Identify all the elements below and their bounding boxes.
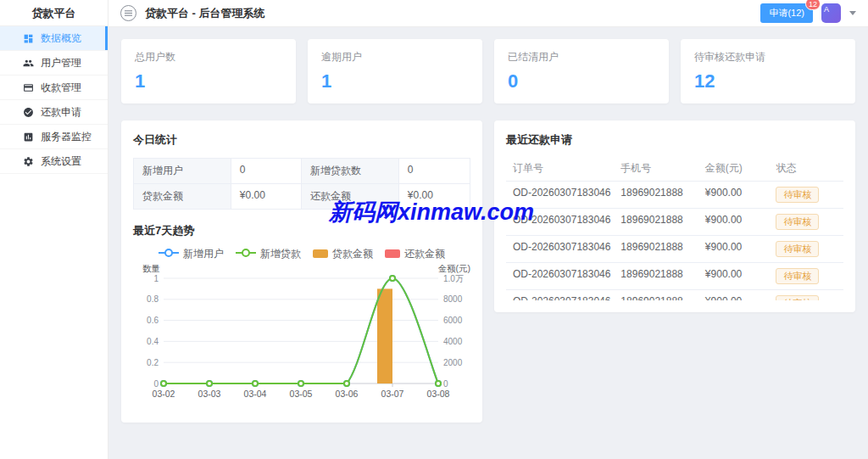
app-logo: 贷款平台 [0, 0, 108, 26]
stat-card-label: 逾期用户 [321, 50, 469, 64]
stat-card-value: 0 [508, 70, 655, 92]
recent-cell-order: OD-20260307183046 [506, 263, 614, 289]
today-stat-value: 0 [399, 159, 470, 184]
legend-item-新增用户[interactable]: 新增用户 [159, 247, 224, 261]
recent-cell-status: 待审核 [769, 263, 843, 289]
recent-repayments-panel: 最近还款申请 订单号手机号金额(元)状态OD-20260307183046189… [494, 120, 855, 312]
recent-col-header: 金额(元) [698, 156, 770, 181]
recent-cell-amount: ¥900.00 [698, 182, 770, 208]
recent-cell-status: 待审核 [769, 182, 843, 208]
table-row: OD-2026030718304618969021888¥900.00待审核 [506, 290, 843, 300]
sidebar-item-monitor[interactable]: 服务器监控 [0, 125, 108, 149]
sidebar-item-label: 系统设置 [41, 154, 81, 169]
legend-label: 贷款金额 [332, 247, 373, 261]
legend-label: 新增贷款 [260, 247, 301, 261]
stat-card-label: 总用户数 [135, 50, 282, 64]
dashboard-icon [23, 33, 34, 44]
stat-card-label: 已结清用户 [508, 50, 655, 64]
today-stat-label: 新增用户 [134, 159, 231, 184]
today-stat-value: ¥0.00 [231, 184, 302, 209]
today-stat-value: ¥0.00 [399, 184, 470, 209]
hamburger-menu-icon[interactable] [120, 5, 136, 21]
recent-cell-status: 待审核 [769, 209, 843, 235]
monitor-icon [23, 132, 34, 143]
stat-card-2: 已结清用户0 [494, 39, 669, 104]
status-badge: 待审核 [776, 295, 819, 300]
status-badge: 待审核 [776, 187, 819, 203]
sidebar-item-label: 数据概览 [41, 31, 81, 46]
main-content: 总用户数1逾期用户1已结清用户0待审核还款申请12 今日统计 新增用户0新增贷款… [108, 27, 868, 459]
svg-text:1: 1 [153, 274, 159, 283]
stat-card-value: 1 [135, 70, 282, 92]
svg-text:03-02: 03-02 [153, 389, 175, 399]
legend-item-新增贷款[interactable]: 新增贷款 [236, 247, 301, 261]
chevron-down-icon[interactable] [849, 11, 856, 15]
recent-cell-phone: 18969021888 [614, 236, 698, 262]
table-row: OD-2026030718304618969021888¥900.00待审核 [506, 263, 843, 290]
recent-cell-amount: ¥900.00 [698, 263, 770, 289]
svg-text:0.6: 0.6 [147, 316, 159, 325]
table-row: OD-2026030718304618969021888¥900.00待审核 [506, 182, 843, 209]
svg-text:03-03: 03-03 [198, 389, 221, 399]
header-actions: 申请(12) 12 A [760, 3, 856, 23]
sidebar-item-label: 用户管理 [41, 56, 81, 70]
avatar[interactable]: A [821, 3, 841, 23]
legend-line-marker-icon [236, 248, 256, 260]
sidebar-item-overview[interactable]: 数据概览 [0, 26, 108, 51]
trend-chart: 11.0万0.880000.660000.440000.2200000数量金额(… [133, 265, 470, 411]
table-row: OD-2026030718304618969021888¥900.00待审核 [506, 209, 843, 236]
sidebar-item-collections[interactable]: 收款管理 [0, 76, 108, 100]
recent-col-header: 订单号 [506, 156, 614, 181]
stat-card-value: 1 [321, 70, 469, 92]
sidebar-item-settings[interactable]: 系统设置 [0, 149, 108, 174]
svg-text:03-07: 03-07 [381, 389, 404, 399]
legend-item-贷款金额[interactable]: 贷款金额 [313, 247, 373, 261]
recent-cell-order: OD-20260307183046 [506, 182, 614, 208]
top-header: 贷款平台 - 后台管理系统 申请(12) 12 A [108, 0, 868, 27]
legend-label: 还款金额 [404, 247, 445, 261]
recent-cell-phone: 18969021888 [614, 209, 698, 235]
apply-button[interactable]: 申请(12) 12 [760, 3, 813, 23]
trend-title: 最近7天趋势 [133, 223, 470, 238]
legend-item-还款金额[interactable]: 还款金额 [385, 247, 445, 261]
svg-text:1.0万: 1.0万 [443, 274, 464, 283]
today-stat-label: 新增贷款数 [302, 159, 399, 184]
recent-table-wrap: 订单号手机号金额(元)状态OD-202603071830461896902188… [506, 156, 843, 300]
stat-card-0: 总用户数1 [121, 39, 296, 104]
stat-card-1: 逾期用户1 [308, 39, 482, 104]
chart-legend: 新增用户新增贷款贷款金额还款金额 [133, 247, 470, 261]
sidebar-item-label: 服务器监控 [41, 130, 92, 144]
gear-icon [23, 156, 34, 167]
sidebar-item-users[interactable]: 用户管理 [0, 51, 108, 76]
status-badge: 待审核 [776, 241, 819, 257]
svg-text:0.4: 0.4 [147, 337, 159, 346]
recent-cell-amount: ¥900.00 [698, 236, 770, 262]
panels-row: 今日统计 新增用户0新增贷款数0贷款金额¥0.00还款金额¥0.00 最近7天趋… [121, 120, 855, 423]
svg-text:03-04: 03-04 [244, 389, 267, 399]
legend-label: 新增用户 [183, 247, 224, 261]
today-stat-label: 贷款金额 [134, 184, 231, 209]
recent-cell-order: OD-20260307183046 [506, 236, 614, 262]
recent-table-header: 订单号手机号金额(元)状态 [506, 156, 843, 182]
svg-text:8000: 8000 [443, 294, 463, 304]
recent-col-header: 手机号 [614, 156, 698, 181]
svg-text:0: 0 [153, 379, 159, 389]
today-stats-table: 新增用户0新增贷款数0贷款金额¥0.00还款金额¥0.00 [133, 158, 470, 210]
svg-text:0.2: 0.2 [147, 358, 159, 367]
svg-text:03-08: 03-08 [427, 389, 450, 399]
apply-button-label: 申请(12) [769, 8, 804, 18]
sidebar-item-label: 收款管理 [41, 81, 81, 95]
today-stat-label: 还款金额 [302, 184, 399, 209]
apply-count-badge: 12 [805, 0, 821, 10]
check-circle-icon [23, 107, 34, 118]
recent-cell-status: 待审核 [769, 290, 843, 300]
today-stats-panel: 今日统计 新增用户0新增贷款数0贷款金额¥0.00还款金额¥0.00 最近7天趋… [121, 120, 482, 423]
sidebar-item-repayment[interactable]: 还款申请 [0, 100, 108, 125]
page-title: 贷款平台 - 后台管理系统 [145, 6, 265, 21]
recent-cell-phone: 18969021888 [614, 263, 698, 289]
recent-cell-status: 待审核 [769, 236, 843, 262]
svg-text:金额(元): 金额(元) [438, 265, 471, 273]
recent-cell-phone: 18969021888 [614, 290, 698, 300]
users-icon [23, 58, 34, 69]
stat-card-3: 待审核还款申请12 [681, 39, 855, 104]
